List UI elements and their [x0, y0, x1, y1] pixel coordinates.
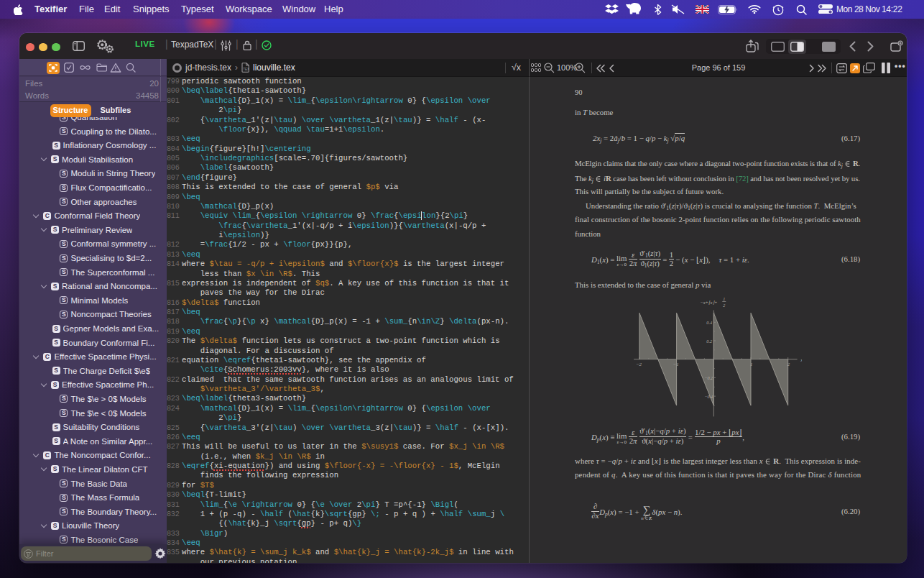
svg-text:−0.4: −0.4: [704, 394, 713, 399]
svg-text:TEX: TEX: [243, 68, 249, 71]
svg-text:1: 1: [750, 362, 753, 367]
svg-text:−0.2: −0.2: [704, 375, 713, 380]
svg-text:−2: −2: [636, 362, 642, 367]
svg-text:2: 2: [723, 303, 725, 308]
svg-text:1: 1: [723, 297, 725, 301]
svg-text:−x+⌊x⌋+: −x+⌊x⌋+: [700, 300, 717, 305]
svg-text:−1: −1: [673, 362, 679, 367]
svg-text:x: x: [800, 357, 802, 363]
svg-text:0.4: 0.4: [706, 320, 712, 325]
svg-text:2: 2: [787, 362, 790, 367]
svg-text:0.2: 0.2: [706, 339, 712, 344]
